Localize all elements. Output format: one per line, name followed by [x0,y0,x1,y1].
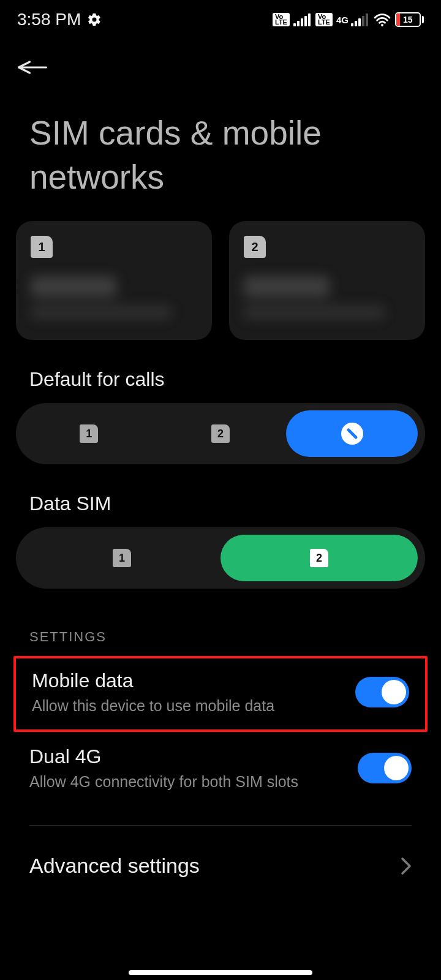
sim-card-1[interactable]: 1 [16,221,212,340]
sim-card-2[interactable]: 2 [229,221,425,340]
chevron-right-icon [401,857,412,875]
data-sim-sim1[interactable]: 1 [23,535,221,581]
sim-icon: 2 [244,236,266,258]
redacted-area [16,273,212,340]
redacted-area [229,273,425,340]
setting-title: Dual 4G [29,745,298,768]
mobile-data-toggle[interactable] [355,677,409,707]
sim-icon: 1 [31,236,53,258]
default-calls-selector: 1 2 [16,403,425,464]
sim-icon: 1 [113,549,131,567]
data-sim-label: Data SIM [0,464,441,527]
volte-icon: VoLTE [273,13,290,26]
sim-icon: 2 [310,549,328,567]
battery-percent: 15 [403,15,413,24]
signal-sim2-icon [351,13,369,26]
setting-mobile-data[interactable]: Mobile data Allow this device to use mob… [16,658,425,729]
status-time: 3:58 PM [17,10,81,29]
default-calls-label: Default for calls [0,340,441,403]
network-type-label: 4G [336,15,349,25]
page-title: SIM cards & mobile networks [0,82,441,221]
sim-icon: 1 [80,424,98,443]
not-allowed-icon [341,423,363,445]
default-calls-sim1[interactable]: 1 [23,410,155,457]
svg-point-0 [381,24,383,26]
setting-subtitle: Allow this device to use mobile data [32,697,274,715]
data-sim-sim2[interactable]: 2 [221,535,418,581]
back-button[interactable] [16,53,55,82]
volte-icon-2: VoLTE [315,13,333,26]
battery-icon: 15 [395,12,424,27]
advanced-settings-row[interactable]: Advanced settings [0,826,441,878]
annotation-highlight: Mobile data Allow this device to use mob… [13,656,428,732]
wifi-icon [373,12,391,27]
setting-title: Mobile data [32,669,274,692]
setting-subtitle: Allow 4G connectivity for both SIM slots [29,773,298,791]
status-bar: 3:58 PM VoLTE VoLTE 4G 15 [0,0,441,39]
data-sim-selector: 1 2 [16,527,425,589]
home-indicator[interactable] [129,970,312,975]
sim-icon: 2 [211,424,230,443]
settings-section-header: SETTINGS [0,589,441,656]
default-calls-ask[interactable] [286,410,418,457]
signal-sim1-icon [293,13,312,26]
settings-gear-icon [87,12,102,27]
advanced-settings-label: Advanced settings [29,854,200,878]
setting-dual-4g[interactable]: Dual 4G Allow 4G connectivity for both S… [0,732,441,808]
dual-4g-toggle[interactable] [358,753,412,783]
default-calls-sim2[interactable]: 2 [155,410,287,457]
